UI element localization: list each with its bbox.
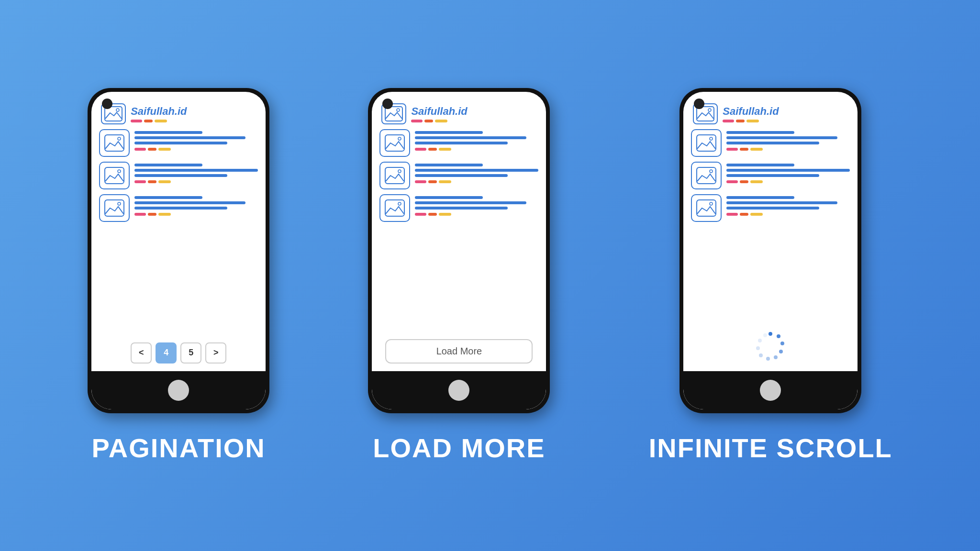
- header-dots: [411, 120, 467, 122]
- dot-pink: [723, 120, 734, 122]
- tag-pink: [134, 213, 146, 216]
- page-container: Saifullah.id: [0, 0, 980, 551]
- phone-bottom: [372, 371, 546, 409]
- infinite-scroll-label: INFINITE SCROLL: [649, 432, 892, 463]
- line: [134, 174, 227, 177]
- line: [134, 196, 202, 199]
- tags: [726, 180, 850, 183]
- tags: [134, 148, 258, 151]
- svg-point-28: [774, 355, 778, 359]
- dot-red: [144, 120, 153, 122]
- list-item: [379, 129, 538, 157]
- tag-pink: [726, 180, 738, 183]
- line: [415, 164, 483, 166]
- svg-point-3: [118, 137, 121, 140]
- svg-point-5: [118, 170, 121, 173]
- infinite-scroll-content: Saifullah.id: [683, 92, 858, 371]
- svg-point-31: [756, 346, 760, 350]
- header-bar: Saifullah.id: [379, 99, 538, 127]
- list-item: [379, 194, 538, 222]
- item-mountain-icon: [385, 167, 405, 184]
- phone-bottom: [91, 371, 266, 409]
- infinite-scroll-screen: Saifullah.id: [683, 92, 858, 409]
- svg-point-27: [779, 350, 783, 353]
- item-mountain-icon: [104, 199, 124, 217]
- list-item: [99, 162, 258, 189]
- load-more-screen: Saifullah.id: [372, 92, 546, 409]
- dot-yellow: [746, 120, 759, 122]
- item-image: [379, 129, 410, 157]
- line: [134, 136, 245, 139]
- dot-yellow: [155, 120, 167, 122]
- line: [726, 207, 819, 209]
- load-more-section: Saifullah.id: [368, 88, 550, 463]
- line: [726, 142, 819, 144]
- tag-red: [148, 148, 156, 151]
- item-image: [379, 162, 410, 189]
- svg-point-1: [116, 109, 119, 111]
- load-more-button[interactable]: Load More: [385, 339, 533, 364]
- line: [415, 131, 483, 134]
- next-button[interactable]: >: [205, 342, 226, 364]
- home-button[interactable]: [168, 380, 189, 401]
- item-content: [134, 194, 258, 216]
- page5-button[interactable]: 5: [180, 342, 201, 364]
- home-button[interactable]: [448, 380, 469, 401]
- svg-point-7: [118, 202, 121, 205]
- pagination-content: Saifullah.id: [91, 92, 266, 371]
- prev-button[interactable]: <: [131, 342, 152, 364]
- tags: [415, 213, 538, 216]
- line: [726, 174, 819, 177]
- item-content: [415, 194, 538, 216]
- line: [134, 131, 202, 134]
- header-right: Saifullah.id: [723, 105, 779, 122]
- tag-red: [740, 180, 748, 183]
- line: [134, 169, 258, 172]
- line: [726, 131, 794, 134]
- dot-pink: [131, 120, 142, 122]
- load-more-phone: Saifullah.id: [368, 88, 550, 413]
- item-image: [99, 129, 130, 157]
- line: [726, 164, 794, 166]
- list-item: [99, 129, 258, 157]
- svg-point-9: [397, 109, 400, 111]
- item-image: [379, 194, 410, 222]
- pagination-label: PAGINATION: [92, 432, 266, 463]
- list-item: [379, 162, 538, 189]
- item-image: [691, 129, 722, 157]
- item-mountain-icon: [696, 134, 716, 152]
- tag-yellow: [158, 180, 171, 183]
- svg-point-30: [759, 353, 763, 357]
- item-mountain-icon: [385, 199, 405, 217]
- tags: [134, 180, 258, 183]
- header-bar: Saifullah.id: [99, 99, 258, 127]
- tag-red: [740, 213, 748, 216]
- svg-point-24: [768, 332, 772, 336]
- tag-red: [740, 148, 748, 151]
- tags: [726, 213, 850, 216]
- infinite-scroll-list: [691, 127, 850, 324]
- svg-rect-2: [105, 135, 124, 151]
- svg-point-13: [398, 170, 401, 173]
- tags: [726, 148, 850, 151]
- tag-yellow: [158, 148, 171, 151]
- line: [415, 169, 538, 172]
- camera-dot: [382, 99, 393, 109]
- tag-yellow: [439, 213, 451, 216]
- svg-point-11: [398, 137, 401, 140]
- item-image: [691, 194, 722, 222]
- svg-rect-10: [385, 135, 404, 151]
- svg-point-23: [710, 202, 713, 205]
- svg-rect-6: [105, 200, 124, 216]
- pagination-phone: Saifullah.id: [88, 88, 269, 413]
- tag-yellow: [750, 213, 763, 216]
- camera-dot: [102, 99, 112, 109]
- item-content: [134, 129, 258, 151]
- load-more-label: LOAD MORE: [373, 432, 545, 463]
- home-button[interactable]: [760, 380, 781, 401]
- item-mountain-icon: [696, 167, 716, 184]
- tag-pink: [415, 180, 426, 183]
- list-item: [691, 129, 850, 157]
- tags: [134, 213, 258, 216]
- page4-button[interactable]: 4: [156, 342, 177, 364]
